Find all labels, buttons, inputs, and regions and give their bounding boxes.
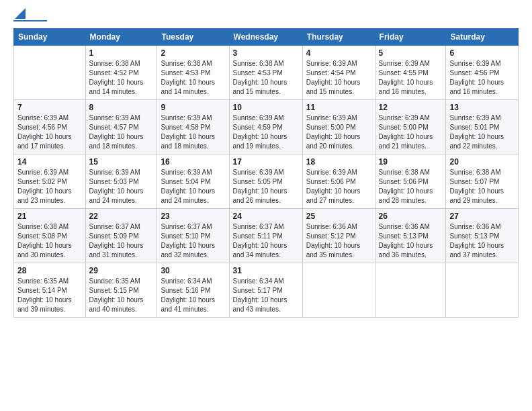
- day-number: 18: [306, 157, 371, 167]
- day-number: 6: [449, 48, 515, 58]
- calendar-cell: [375, 263, 446, 318]
- calendar-cell: 19Sunrise: 6:38 AM Sunset: 5:06 PM Dayli…: [375, 154, 446, 209]
- day-info: Sunrise: 6:39 AM Sunset: 4:55 PM Dayligh…: [379, 59, 443, 97]
- calendar-cell: 23Sunrise: 6:37 AM Sunset: 5:10 PM Dayli…: [157, 209, 229, 263]
- day-info: Sunrise: 6:39 AM Sunset: 5:01 PM Dayligh…: [449, 113, 515, 151]
- day-info: Sunrise: 6:35 AM Sunset: 5:14 PM Dayligh…: [17, 277, 82, 314]
- day-header-thursday: Thursday: [302, 29, 375, 46]
- day-info: Sunrise: 6:39 AM Sunset: 5:00 PM Dayligh…: [306, 113, 371, 151]
- day-info: Sunrise: 6:39 AM Sunset: 4:56 PM Dayligh…: [449, 59, 515, 97]
- header: [13, 11, 519, 21]
- day-info: Sunrise: 6:36 AM Sunset: 5:13 PM Dayligh…: [379, 222, 443, 260]
- calendar-cell: 8Sunrise: 6:39 AM Sunset: 4:57 PM Daylig…: [85, 100, 157, 154]
- calendar-cell: 24Sunrise: 6:37 AM Sunset: 5:11 PM Dayli…: [229, 209, 302, 263]
- svg-marker-0: [15, 8, 26, 19]
- day-number: 4: [306, 48, 371, 58]
- calendar-cell: 26Sunrise: 6:36 AM Sunset: 5:13 PM Dayli…: [375, 209, 446, 263]
- logo-underline: [13, 20, 47, 21]
- calendar-cell: 28Sunrise: 6:35 AM Sunset: 5:14 PM Dayli…: [14, 263, 86, 318]
- day-number: 10: [233, 103, 299, 112]
- calendar-cell: 3Sunrise: 6:38 AM Sunset: 4:53 PM Daylig…: [229, 46, 302, 100]
- day-info: Sunrise: 6:36 AM Sunset: 5:12 PM Dayligh…: [306, 222, 371, 260]
- calendar-week-row: 14Sunrise: 6:39 AM Sunset: 5:02 PM Dayli…: [14, 154, 519, 209]
- day-info: Sunrise: 6:37 AM Sunset: 5:10 PM Dayligh…: [161, 222, 225, 260]
- day-info: Sunrise: 6:37 AM Sunset: 5:09 PM Dayligh…: [89, 222, 154, 260]
- day-number: 3: [233, 48, 299, 58]
- calendar-week-row: 1Sunrise: 6:38 AM Sunset: 4:52 PM Daylig…: [14, 46, 519, 100]
- calendar-cell: 29Sunrise: 6:35 AM Sunset: 5:15 PM Dayli…: [85, 263, 157, 318]
- day-header-monday: Monday: [85, 29, 157, 46]
- calendar-cell: [14, 46, 86, 100]
- day-info: Sunrise: 6:34 AM Sunset: 5:17 PM Dayligh…: [233, 277, 299, 314]
- day-info: Sunrise: 6:39 AM Sunset: 4:59 PM Dayligh…: [233, 113, 299, 151]
- day-number: 26: [379, 212, 443, 221]
- calendar-cell: 2Sunrise: 6:38 AM Sunset: 4:53 PM Daylig…: [157, 46, 229, 100]
- day-number: 15: [89, 157, 154, 167]
- calendar-cell: 4Sunrise: 6:39 AM Sunset: 4:54 PM Daylig…: [302, 46, 375, 100]
- day-info: Sunrise: 6:38 AM Sunset: 5:07 PM Dayligh…: [449, 168, 515, 205]
- calendar-page: SundayMondayTuesdayWednesdayThursdayFrid…: [0, 0, 532, 411]
- day-info: Sunrise: 6:39 AM Sunset: 5:02 PM Dayligh…: [17, 168, 82, 205]
- day-number: 9: [161, 103, 225, 112]
- day-info: Sunrise: 6:38 AM Sunset: 5:06 PM Dayligh…: [379, 168, 443, 205]
- day-number: 22: [89, 212, 154, 221]
- calendar-cell: 22Sunrise: 6:37 AM Sunset: 5:09 PM Dayli…: [85, 209, 157, 263]
- day-info: Sunrise: 6:39 AM Sunset: 4:56 PM Dayligh…: [17, 113, 82, 151]
- day-header-saturday: Saturday: [446, 29, 519, 46]
- calendar-cell: 17Sunrise: 6:39 AM Sunset: 5:05 PM Dayli…: [229, 154, 302, 209]
- calendar-cell: 30Sunrise: 6:34 AM Sunset: 5:16 PM Dayli…: [157, 263, 229, 318]
- day-info: Sunrise: 6:39 AM Sunset: 4:54 PM Dayligh…: [306, 59, 371, 97]
- day-number: 7: [17, 103, 82, 112]
- logo-icon: [15, 8, 26, 19]
- day-number: 11: [306, 103, 371, 112]
- logo: [13, 11, 47, 21]
- calendar-cell: 20Sunrise: 6:38 AM Sunset: 5:07 PM Dayli…: [446, 154, 519, 209]
- calendar-cell: 6Sunrise: 6:39 AM Sunset: 4:56 PM Daylig…: [446, 46, 519, 100]
- day-info: Sunrise: 6:39 AM Sunset: 4:58 PM Dayligh…: [161, 113, 225, 151]
- day-number: 12: [379, 103, 443, 112]
- day-header-sunday: Sunday: [14, 29, 86, 46]
- calendar-header-row: SundayMondayTuesdayWednesdayThursdayFrid…: [14, 29, 519, 46]
- day-info: Sunrise: 6:38 AM Sunset: 4:53 PM Dayligh…: [161, 59, 225, 97]
- day-header-wednesday: Wednesday: [229, 29, 302, 46]
- calendar-cell: 1Sunrise: 6:38 AM Sunset: 4:52 PM Daylig…: [85, 46, 157, 100]
- day-number: 19: [379, 157, 443, 167]
- day-header-friday: Friday: [375, 29, 446, 46]
- day-number: 14: [17, 157, 82, 167]
- day-number: 23: [161, 212, 225, 221]
- day-number: 24: [233, 212, 299, 221]
- calendar-week-row: 28Sunrise: 6:35 AM Sunset: 5:14 PM Dayli…: [14, 263, 519, 318]
- day-info: Sunrise: 6:35 AM Sunset: 5:15 PM Dayligh…: [89, 277, 154, 314]
- day-number: 2: [161, 48, 225, 58]
- day-number: 25: [306, 212, 371, 221]
- day-info: Sunrise: 6:34 AM Sunset: 5:16 PM Dayligh…: [161, 277, 225, 314]
- day-number: 20: [449, 157, 515, 167]
- calendar-cell: [302, 263, 375, 318]
- calendar-cell: 25Sunrise: 6:36 AM Sunset: 5:12 PM Dayli…: [302, 209, 375, 263]
- calendar-cell: 12Sunrise: 6:39 AM Sunset: 5:00 PM Dayli…: [375, 100, 446, 154]
- day-number: 29: [89, 266, 154, 275]
- day-info: Sunrise: 6:39 AM Sunset: 5:05 PM Dayligh…: [233, 168, 299, 205]
- day-info: Sunrise: 6:38 AM Sunset: 4:53 PM Dayligh…: [233, 59, 299, 97]
- day-number: 17: [233, 157, 299, 167]
- day-info: Sunrise: 6:39 AM Sunset: 4:57 PM Dayligh…: [89, 113, 154, 151]
- calendar-week-row: 7Sunrise: 6:39 AM Sunset: 4:56 PM Daylig…: [14, 100, 519, 154]
- calendar-cell: 11Sunrise: 6:39 AM Sunset: 5:00 PM Dayli…: [302, 100, 375, 154]
- day-number: 28: [17, 266, 82, 275]
- calendar-cell: 13Sunrise: 6:39 AM Sunset: 5:01 PM Dayli…: [446, 100, 519, 154]
- day-info: Sunrise: 6:39 AM Sunset: 5:00 PM Dayligh…: [379, 113, 443, 151]
- calendar-cell: [446, 263, 519, 318]
- calendar-cell: 10Sunrise: 6:39 AM Sunset: 4:59 PM Dayli…: [229, 100, 302, 154]
- calendar-cell: 7Sunrise: 6:39 AM Sunset: 4:56 PM Daylig…: [14, 100, 86, 154]
- day-info: Sunrise: 6:36 AM Sunset: 5:13 PM Dayligh…: [449, 222, 515, 260]
- day-info: Sunrise: 6:39 AM Sunset: 5:03 PM Dayligh…: [89, 168, 154, 205]
- day-info: Sunrise: 6:39 AM Sunset: 5:04 PM Dayligh…: [161, 168, 225, 205]
- calendar-week-row: 21Sunrise: 6:38 AM Sunset: 5:08 PM Dayli…: [14, 209, 519, 263]
- calendar-cell: 27Sunrise: 6:36 AM Sunset: 5:13 PM Dayli…: [446, 209, 519, 263]
- calendar-cell: 14Sunrise: 6:39 AM Sunset: 5:02 PM Dayli…: [14, 154, 86, 209]
- calendar-cell: 21Sunrise: 6:38 AM Sunset: 5:08 PM Dayli…: [14, 209, 86, 263]
- day-number: 31: [233, 266, 299, 275]
- day-info: Sunrise: 6:38 AM Sunset: 5:08 PM Dayligh…: [17, 222, 82, 260]
- calendar-cell: 9Sunrise: 6:39 AM Sunset: 4:58 PM Daylig…: [157, 100, 229, 154]
- day-number: 16: [161, 157, 225, 167]
